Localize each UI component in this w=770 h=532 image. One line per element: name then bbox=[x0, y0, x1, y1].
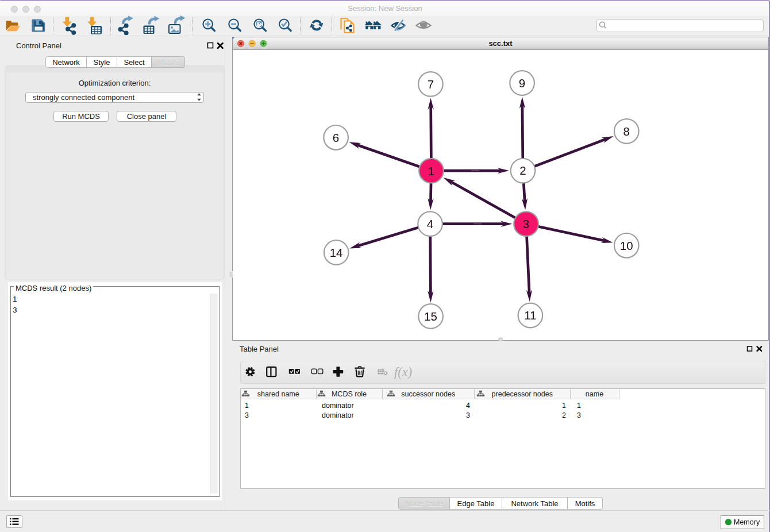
svg-text:15: 15 bbox=[424, 310, 437, 323]
svg-text:8: 8 bbox=[623, 125, 630, 138]
svg-text:3: 3 bbox=[523, 217, 529, 230]
svg-text:1: 1 bbox=[428, 164, 434, 178]
svg-text:6: 6 bbox=[333, 131, 339, 144]
svg-text:14: 14 bbox=[330, 246, 343, 259]
svg-text:4: 4 bbox=[427, 217, 433, 230]
svg-text:11: 11 bbox=[524, 309, 536, 322]
svg-text:10: 10 bbox=[620, 239, 633, 252]
svg-text:9: 9 bbox=[519, 76, 525, 90]
svg-text:2: 2 bbox=[519, 164, 526, 177]
svg-text:7: 7 bbox=[428, 78, 434, 91]
